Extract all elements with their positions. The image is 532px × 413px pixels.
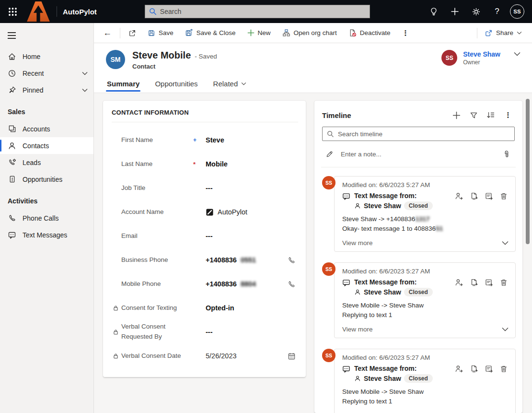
record-avatar: SM [106,50,125,69]
save-and-close-button[interactable]: Save & Close [180,25,241,41]
back-button[interactable]: ← [98,25,117,41]
deactivate-icon [348,29,357,37]
settings-gear-icon[interactable] [468,3,484,20]
sidebar-item-home[interactable]: Home [0,48,93,65]
timeline-more-icon[interactable]: ⋮ [501,108,515,122]
entry-avatar: SS [322,176,335,189]
sidebar-section-activities: Activities [0,188,93,210]
delete-trash-icon[interactable] [499,364,509,374]
expand-entry-chevron-icon[interactable] [502,327,509,331]
sidebar-item-label: Recent [23,70,44,77]
open-org-chart-button[interactable]: Open org chart [277,25,342,41]
open-in-new-window-button[interactable] [123,25,141,41]
global-search-input[interactable] [160,8,366,15]
enter-note-row[interactable]: Enter a note... [321,141,516,167]
lock-icon [113,353,119,359]
app-launcher-waffle-icon[interactable] [4,3,21,20]
expand-entry-chevron-icon[interactable] [502,241,509,245]
account-icon [206,208,214,216]
timeline-entry: SS Modified on: 6/6/2023 5:27 AM Text Me… [334,176,516,252]
entry-title: Text Message from: [354,278,433,287]
create-document-icon[interactable] [469,191,479,201]
timeline-title: Timeline [322,111,351,119]
delete-trash-icon[interactable] [499,278,509,287]
assign-icon[interactable] [454,364,464,374]
recent-clock-icon [8,69,16,78]
phone-icon[interactable] [285,280,298,288]
share-button[interactable]: Share [479,25,527,41]
account-manager-avatar[interactable]: SS [510,4,524,19]
sidebar-item-text-messages[interactable]: Text Messages [0,226,93,243]
entry-sender: Steve Shaw [364,202,401,210]
sidebar-item-recent[interactable]: Recent [0,65,93,82]
open-record-note-icon[interactable] [484,191,494,201]
field-business-phone: Business Phone +14088360551 [112,248,298,272]
collapse-header-chevron-icon[interactable] [512,50,522,58]
deactivate-button[interactable]: Deactivate [343,25,396,41]
field-verbal-consent-requested-by: Verbal Consent Requested By --- [112,320,298,344]
tab-opportunities[interactable]: Opportunities [154,78,198,93]
new-record-button[interactable]: New [242,25,276,41]
pencil-icon [325,150,334,158]
sidebar-item-pinned[interactable]: Pinned [0,82,93,98]
top-navigation-bar: AutoPylot ? SS [0,0,532,23]
owner-name-link[interactable]: Steve Shaw [463,50,500,58]
phone-icon[interactable] [285,256,298,264]
sidebar-item-label: Contacts [23,142,49,150]
calendar-icon[interactable] [285,352,298,360]
entry-sender: Steve Shaw [364,375,401,382]
sidebar-item-phone-calls[interactable]: Phone Calls [0,210,93,226]
sidebar-item-label: Leads [23,159,41,166]
waffle-icon [8,7,17,16]
open-record-note-icon[interactable] [484,364,494,374]
top-actions: ? SS [426,3,524,20]
tab-summary[interactable]: Summary [106,78,140,93]
sidebar-item-label: Text Messages [23,231,67,239]
assign-icon[interactable] [454,278,464,287]
entry-modified-on: Modified on: 6/6/2023 5:27 AM [342,354,509,361]
save-button[interactable]: Save [142,25,179,41]
text-message-icon [8,231,16,239]
sidebar-item-contacts[interactable]: Contacts [0,137,93,154]
timeline-sort-icon[interactable] [484,108,497,122]
command-separator [477,28,477,38]
timeline-filter-icon[interactable] [467,108,480,122]
sidebar-item-leads[interactable]: Leads [0,154,93,171]
account-link[interactable]: AutoPylot [218,208,247,216]
chevron-down-icon [82,71,88,75]
field-value: AutoPylot [206,208,298,216]
field-value: 5/26/2023 [206,352,285,360]
timeline-search-box[interactable] [322,127,515,141]
text-message-icon [342,279,350,287]
lock-icon [113,329,119,335]
entry-actions [454,364,509,374]
help-icon[interactable]: ? [489,3,505,20]
whats-new-lightbulb-icon[interactable] [426,3,442,20]
quick-create-plus-icon[interactable] [447,3,463,20]
attach-paperclip-icon[interactable] [499,147,513,161]
view-more-link[interactable]: View more [342,239,373,247]
vertical-scrollbar-thumb[interactable] [526,99,530,244]
delete-trash-icon[interactable] [499,191,509,201]
timeline-search-input[interactable] [338,130,510,138]
sidebar-item-accounts[interactable]: Accounts [0,120,93,137]
open-record-note-icon[interactable] [484,278,494,287]
create-document-icon[interactable] [469,278,479,287]
main-area: ← Save Save [94,23,532,413]
create-document-icon[interactable] [469,364,479,374]
timeline-card: Timeline ⋮ [314,101,522,413]
save-status: - Saved [195,53,217,60]
view-more-link[interactable]: View more [342,326,373,333]
more-commands-button[interactable]: ⋮ [396,25,414,41]
tab-related[interactable]: Related [212,78,248,93]
contact-information-title: CONTACT INFORMATION [112,107,298,122]
lock-icon [113,305,119,311]
collapse-sitemap-hamburger-icon[interactable] [4,27,23,44]
search-icon [149,8,157,15]
assign-icon[interactable] [454,191,464,201]
text-message-icon [342,365,350,373]
global-search-box[interactable] [145,5,370,18]
field-mobile-phone: Mobile Phone +14088368804 [112,272,298,296]
sidebar-item-opportunities[interactable]: Opportunities [0,171,93,188]
timeline-add-icon[interactable] [450,108,463,122]
